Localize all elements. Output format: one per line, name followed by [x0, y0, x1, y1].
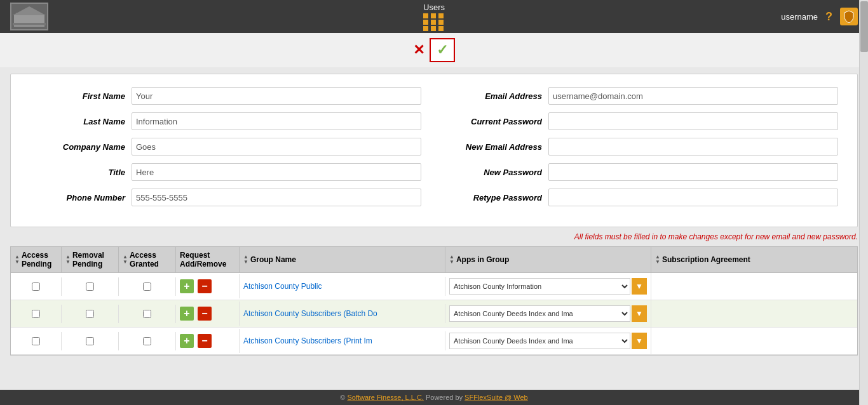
col-request-add-remove: Request Add/Remove [176, 247, 240, 272]
table-row: + − Atchison County Public Atchison Coun… [11, 273, 857, 300]
add-button-1[interactable]: + [180, 279, 194, 293]
removal-pending-cell-2 [62, 305, 119, 323]
nav-right: username ? [781, 8, 858, 25]
group-name-cell-1: Atchison County Public [240, 277, 445, 296]
scrollbar-thumb[interactable] [860, 1, 868, 52]
apps-select-wrapper-3: Atchison County Deeds Index and Ima ▼ [449, 333, 647, 349]
apps-dropdown-btn-2[interactable]: ▼ [632, 305, 647, 322]
sort-icon-removal-pending: ▲▼ [65, 255, 71, 265]
phone-label: Phone Number [30, 193, 125, 202]
title-input[interactable] [132, 163, 421, 181]
col-access-granted-label: Access Granted [130, 251, 172, 269]
access-granted-cell-1 [119, 277, 176, 296]
col-access-pending[interactable]: ▲▼ Access Pending [11, 247, 62, 272]
apps-select-1[interactable]: Atchison County Information [449, 278, 630, 295]
group-name-link-2[interactable]: Atchison County Subscribers (Batch Do [243, 309, 377, 318]
remove-button-2[interactable]: − [198, 307, 212, 321]
subscription-cell-3 [651, 336, 857, 346]
form-left-col: First Name Last Name Company Name Title [30, 87, 421, 214]
apps-select-2[interactable]: Atchison County Deeds Index and Ima [449, 305, 630, 322]
group-name-link-1[interactable]: Atchison County Public [243, 282, 322, 291]
nav-center: Users [423, 3, 445, 31]
col-removal-pending-label: Removal Pending [72, 251, 114, 269]
removal-pending-checkbox-1[interactable] [86, 282, 94, 291]
scrollbar[interactable] [859, 0, 868, 405]
phone-input[interactable] [132, 189, 421, 206]
retype-password-label: Retype Password [447, 193, 542, 202]
phone-row: Phone Number [30, 189, 421, 206]
form-grid: First Name Last Name Company Name Title [30, 87, 838, 214]
actions-cell-2: + − [176, 302, 240, 326]
col-group-name[interactable]: ▲▼ Group Name [240, 247, 445, 272]
access-pending-checkbox-2[interactable] [32, 310, 40, 318]
col-subscription[interactable]: ▲▼ Subscription Agreement [651, 247, 857, 272]
group-name-cell-2: Atchison County Subscribers (Batch Do [240, 304, 445, 323]
remove-button-1[interactable]: − [198, 279, 212, 293]
current-password-row: Current Password [447, 112, 838, 130]
first-name-input[interactable] [132, 87, 421, 105]
company-name-label: Company Name [30, 142, 125, 152]
access-granted-cell-2 [119, 305, 176, 323]
col-access-granted[interactable]: ▲▼ Access Granted [119, 247, 176, 272]
shield-icon[interactable] [840, 8, 858, 25]
sort-icon-access-granted: ▲▼ [123, 255, 128, 265]
apps-cell-2: Atchison County Deeds Index and Ima ▼ [445, 300, 651, 327]
col-group-name-label: Group Name [250, 255, 296, 264]
new-email-input[interactable] [548, 138, 838, 156]
retype-password-row: Retype Password [447, 189, 838, 206]
apps-dropdown-btn-1[interactable]: ▼ [632, 278, 647, 295]
username-display: username [781, 12, 818, 22]
footer-company-link[interactable]: Software Finesse, L.L.C. [347, 394, 423, 401]
nav-title: Users [423, 3, 445, 12]
group-name-link-3[interactable]: Atchison County Subscribers (Print Im [243, 336, 372, 345]
removal-pending-checkbox-2[interactable] [86, 310, 94, 318]
col-removal-pending[interactable]: ▲▼ Removal Pending [62, 247, 119, 272]
apps-select-3[interactable]: Atchison County Deeds Index and Ima [449, 333, 630, 349]
sort-icon-group-name: ▲▼ [243, 255, 248, 265]
sort-icon-apps-in-group: ▲▼ [449, 255, 454, 265]
table-row: + − Atchison County Subscribers (Batch D… [11, 300, 857, 328]
add-button-3[interactable]: + [180, 334, 194, 348]
table-row: + − Atchison County Subscribers (Print I… [11, 328, 857, 355]
access-pending-checkbox-1[interactable] [32, 282, 40, 291]
email-input[interactable] [548, 87, 838, 105]
checkmark-icon: ✓ [437, 42, 448, 58]
current-password-input[interactable] [548, 112, 838, 130]
apps-select-wrapper-1: Atchison County Information ▼ [449, 278, 647, 295]
actions-cell-3: + − [176, 329, 240, 353]
title-label: Title [30, 168, 125, 177]
last-name-input[interactable] [132, 112, 421, 130]
company-name-input[interactable] [132, 138, 421, 156]
remove-button-3[interactable]: − [198, 334, 212, 348]
main-content: First Name Last Name Company Name Title [0, 67, 868, 362]
retype-password-input[interactable] [548, 189, 838, 206]
group-name-cell-3: Atchison County Subscribers (Print Im [240, 331, 445, 350]
access-pending-cell-1 [11, 277, 62, 296]
footer-product-link[interactable]: SFFlexSuite @ Web [465, 394, 528, 401]
removal-pending-cell-3 [62, 332, 119, 350]
save-button[interactable]: ✓ [430, 38, 455, 62]
subscription-cell-2 [651, 309, 857, 319]
footer-copyright: © [340, 394, 347, 401]
app-logo [10, 3, 48, 30]
help-button[interactable]: ? [825, 10, 832, 23]
apps-dropdown-btn-3[interactable]: ▼ [632, 333, 647, 349]
apps-cell-1: Atchison County Information ▼ [445, 273, 651, 300]
apps-grid-icon[interactable] [423, 13, 445, 31]
validation-message: All fields must be filled in to make cha… [10, 232, 858, 241]
col-apps-in-group[interactable]: ▲▼ Apps in Group [445, 247, 651, 272]
subscription-cell-1 [651, 281, 857, 291]
access-granted-checkbox-3[interactable] [143, 337, 151, 345]
removal-pending-checkbox-3[interactable] [86, 337, 94, 345]
sort-icon-subscription: ▲▼ [655, 255, 660, 265]
access-granted-checkbox-2[interactable] [143, 310, 151, 318]
last-name-label: Last Name [30, 117, 125, 126]
add-button-2[interactable]: + [180, 307, 194, 321]
sort-icon-access-pending: ▲▼ [15, 255, 20, 265]
cancel-button[interactable]: ✕ [413, 42, 424, 58]
form-right-col: Email Address Current Password New Email… [447, 87, 838, 214]
title-row: Title [30, 163, 421, 181]
new-password-input[interactable] [548, 163, 838, 181]
access-pending-checkbox-3[interactable] [32, 337, 40, 345]
access-granted-checkbox-1[interactable] [143, 282, 151, 291]
